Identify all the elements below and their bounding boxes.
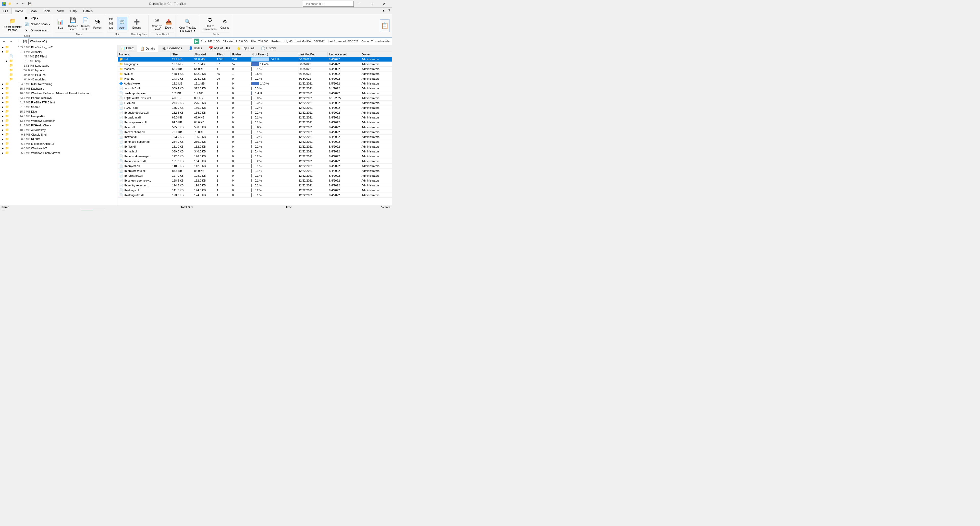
start-as-admin-button[interactable]: 🛡 Start asadministrator: [201, 15, 219, 32]
tree-item[interactable]: ▶📁13.3 MBWindows Defender: [0, 118, 117, 123]
allocated-space-button[interactable]: 💾 Allocatedspace: [66, 15, 80, 32]
col-owner[interactable]: Owner: [360, 52, 392, 57]
table-row[interactable]: 📄lib-string-utils.dll123.0 KB124.0 KB100…: [118, 193, 392, 198]
col-allocated[interactable]: Allocated: [192, 52, 215, 57]
tree-item[interactable]: ▶📁9.3 MBClassic Shell: [0, 132, 117, 137]
send-by-email-button[interactable]: ✉ Send byemail: [151, 15, 163, 32]
tab-tools[interactable]: Tools: [40, 8, 54, 14]
table-row[interactable]: 📄lib-sentry-reporting...194.5 KB196.0 KB…: [118, 183, 392, 188]
open-treesize-button[interactable]: 🔍 Open TreeSizeFile Search ▾: [178, 17, 197, 33]
tree-toggle[interactable]: ▶: [0, 120, 5, 122]
table-row[interactable]: 📄lib-screen-geometry...128.5 KB132.0 KB1…: [118, 178, 392, 183]
table-row[interactable]: 📄FLAC.dll274.5 KB276.0 KB100.3 %12/22/20…: [118, 100, 392, 105]
table-row[interactable]: 📄libcurl.dll595.5 KB596.0 KB100.6 %12/22…: [118, 125, 392, 130]
maximize-btn[interactable]: □: [366, 0, 378, 8]
table-row[interactable]: 📄libexpat.dll193.0 KB196.0 KB100.2 %12/2…: [118, 135, 392, 139]
tree-toggle[interactable]: ▶: [0, 110, 5, 113]
table-row[interactable]: 🔷Audacity.exe13.1 MB13.1 MB1014.3 %12/22…: [118, 81, 392, 86]
tree-item[interactable]: ▶📁43.5 MBPortrait Displays: [0, 96, 117, 100]
tree-item[interactable]: ▼📁91.1 MBAudacity: [0, 49, 117, 54]
back-btn[interactable]: ←: [2, 38, 7, 44]
search-input[interactable]: [303, 1, 354, 6]
tree-item[interactable]: ▶📁55.4 MBDashWare: [0, 86, 117, 91]
save-btn[interactable]: 💾: [27, 1, 33, 6]
tree-item[interactable]: ▶📁5.0 MBWindows Photo Viewer: [0, 151, 117, 155]
table-row[interactable]: 📄crashreporter.exe1.2 MB1.2 MB101.4 %12/…: [118, 91, 392, 96]
tree-toggle[interactable]: ▶: [0, 92, 5, 94]
path-input[interactable]: [28, 38, 192, 44]
tree-item[interactable]: ▶📁11.6 MBPCHealthCheck: [0, 123, 117, 128]
table-row[interactable]: 📄concrt140.dll309.4 KB312.0 KB100.3 %12/…: [118, 86, 392, 91]
tab-home[interactable]: Home: [11, 8, 26, 14]
ribbon-collapse-btn[interactable]: ▲: [381, 8, 387, 13]
table-row[interactable]: 📁Nyquist458.4 KB552.0 KB4510.6 %6/18/202…: [118, 72, 392, 77]
tree-toggle[interactable]: ▶: [0, 87, 5, 90]
undo-btn[interactable]: ↩: [14, 1, 19, 6]
tree-item[interactable]: ▶📁15.9 MBDitto: [0, 109, 117, 114]
col-accessed[interactable]: Last Accessed: [328, 52, 360, 57]
col-size[interactable]: Size: [170, 52, 192, 57]
tree-item[interactable]: ▶📁31.8 MBhelp: [0, 59, 117, 63]
tab-top-files[interactable]: ⭐ Top Files: [233, 45, 258, 52]
table-row[interactable]: 📁modules63.0 KB64.0 KB100.1 %6/18/20228/…: [118, 67, 392, 72]
table-row[interactable]: 📄lib-strings.dll141.5 KB144.0 KB100.2 %1…: [118, 188, 392, 193]
tree-toggle[interactable]: ▶: [0, 106, 5, 108]
redo-btn[interactable]: ↪: [21, 1, 26, 6]
tree-toggle[interactable]: ▶: [0, 142, 5, 145]
tree-item[interactable]: ▶📁10.0 MBAutoHotkey: [0, 128, 117, 132]
table-row[interactable]: 📄lib-registries.dll127.0 KB128.0 KB100.1…: [118, 174, 392, 178]
tree-item[interactable]: 📄45.4 MB[56 Files]: [0, 54, 117, 59]
tree-toggle[interactable]: ▶: [0, 124, 5, 127]
up-btn[interactable]: ↑: [16, 38, 21, 44]
tree-item[interactable]: 📁552.0 KBNyquist: [0, 68, 117, 73]
tree-item[interactable]: 📁64.0 KBmodules: [0, 77, 117, 82]
options-button[interactable]: ⚙ Options: [219, 17, 231, 30]
number-of-files-button[interactable]: 📄 Numberof files: [80, 15, 92, 32]
percent-button[interactable]: % Percent: [92, 17, 103, 30]
col-modified[interactable]: Last Modified: [297, 52, 328, 57]
ribbon-help-btn[interactable]: ?: [387, 8, 392, 13]
tab-history[interactable]: 🕐 History: [258, 45, 279, 52]
kb-button[interactable]: KB: [107, 26, 115, 30]
table-row[interactable]: 📁help29.2 MB31.8 MB1,39127834.9 %6/18/20…: [118, 57, 392, 62]
expand-button[interactable]: ➕ Expand: [131, 17, 142, 30]
select-directory-button[interactable]: 📁 Select directoryfor scan: [3, 16, 23, 32]
tree-item[interactable]: ▶📁46.0 MBWindows Defender Advanced Threa…: [0, 91, 117, 96]
tree-item[interactable]: ▶📁6.0 MBWindows NT: [0, 146, 117, 151]
go-button[interactable]: ▶: [194, 38, 199, 44]
table-row[interactable]: 📄lib-components.dll81.0 KB84.0 KB100.1 %…: [118, 120, 392, 125]
table-row[interactable]: 📄lib-audio-devices.dll162.5 KB164.0 KB10…: [118, 110, 392, 115]
table-row[interactable]: 📄lib-basic-ui.dll66.0 KB68.0 KB100.1 %12…: [118, 115, 392, 120]
auto-button[interactable]: 🔄 Auto: [117, 17, 127, 30]
table-row[interactable]: 📁Plug-Ins143.0 KB204.0 KB2900.2 %6/18/20…: [118, 77, 392, 81]
tree-item[interactable]: ▶📁6.2 MBMicrosoft Office 15: [0, 142, 117, 146]
col-pct-parent[interactable]: % of Parent (...: [250, 52, 297, 57]
table-row[interactable]: 📄lib-math.dll339.0 KB340.0 KB100.4 %12/2…: [118, 149, 392, 154]
tree-toggle[interactable]: ▶: [0, 147, 5, 150]
remove-scan-button[interactable]: ✕ Remove scan: [23, 27, 51, 33]
export-button[interactable]: 📤 Export: [163, 17, 174, 30]
col-name[interactable]: Name ▲: [118, 52, 171, 57]
tree-toggle[interactable]: ▶: [0, 133, 5, 136]
tab-file[interactable]: File: [0, 8, 11, 14]
tree-item[interactable]: 📁13.1 MBLanguages: [0, 63, 117, 68]
close-btn[interactable]: ✕: [378, 0, 390, 8]
tree-toggle[interactable]: ▶: [0, 115, 5, 118]
table-row[interactable]: 📄lib-files.dll151.0 KB152.0 KB100.2 %12/…: [118, 144, 392, 149]
tree-item[interactable]: ▶📁64.2 MBKiller Networking: [0, 82, 117, 86]
table-row[interactable]: 📄lib-preferences.dll161.0 KB164.0 KB100.…: [118, 159, 392, 164]
col-files[interactable]: Files: [215, 52, 231, 57]
tree-toggle[interactable]: ▶: [0, 151, 5, 154]
tab-help[interactable]: Help: [67, 8, 80, 14]
tree-item[interactable]: ▶📁6.8 MBRUXIM: [0, 137, 117, 142]
quick-access-btn[interactable]: 📁: [7, 1, 13, 6]
tree-toggle[interactable]: ▶: [0, 97, 5, 99]
tree-item[interactable]: ▶📁21.2 MBShareX: [0, 105, 117, 109]
refresh-scan-button[interactable]: 🔄 Refresh scan ▾: [23, 21, 51, 27]
tree-item[interactable]: ▶📁109.6 MBBlueStacks_msi2: [0, 45, 117, 49]
tree-item[interactable]: ▶📁14.3 MBNotepad++: [0, 114, 117, 118]
tab-chart[interactable]: 📊 Chart: [118, 45, 137, 52]
tab-details[interactable]: 📋 Details: [137, 45, 158, 52]
tab-extensions[interactable]: 🔌 Extensions: [158, 45, 185, 52]
size-button[interactable]: 📊 Size: [55, 17, 66, 30]
